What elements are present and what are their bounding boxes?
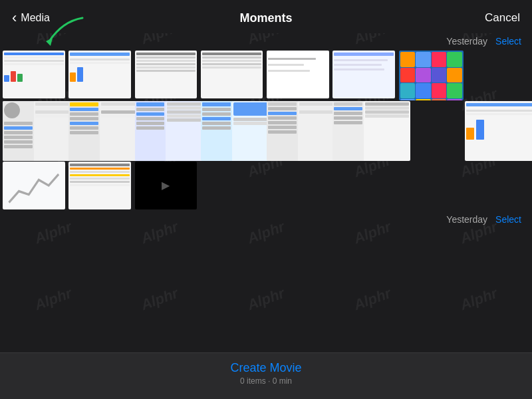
photo-thumb-table3[interactable] xyxy=(68,162,131,209)
photo-thumb-5[interactable] xyxy=(267,51,329,98)
photo-thumb-video[interactable]: ▶ xyxy=(135,162,198,209)
bottom-sub-label: 0 items · 0 min xyxy=(11,376,521,386)
select-button-bottom[interactable]: Select xyxy=(495,214,521,225)
create-movie-button[interactable]: Create Movie xyxy=(230,361,301,375)
photo-thumb-6[interactable] xyxy=(332,51,395,98)
back-button[interactable]: ‹ Media xyxy=(12,9,50,27)
back-chevron-icon: ‹ xyxy=(12,9,17,27)
photo-thumb-settings6[interactable] xyxy=(332,101,410,161)
photo-thumb-4[interactable] xyxy=(201,51,263,98)
photo-thumb-budgetchart[interactable] xyxy=(465,101,532,161)
section-header-top: Yesterday Select xyxy=(0,33,532,49)
section-date-top: Yesterday xyxy=(446,36,487,47)
back-label: Media xyxy=(21,12,50,24)
cancel-button[interactable]: Cancel xyxy=(485,11,520,25)
section-date-bottom: Yesterday xyxy=(446,214,487,225)
page-title: Moments xyxy=(239,11,292,25)
photo-thumb-linechart1[interactable] xyxy=(3,162,65,209)
photo-thumb-3[interactable] xyxy=(135,51,198,98)
select-button-top[interactable]: Select xyxy=(495,36,521,47)
play-icon: ▶ xyxy=(162,179,170,192)
photo-thumb-1[interactable] xyxy=(3,51,65,98)
photo-thumb-7[interactable] xyxy=(399,51,464,100)
bottom-bar: Create Movie 0 items · 0 min xyxy=(0,352,532,399)
header: ‹ Media Moments Cancel xyxy=(0,0,532,33)
section-header-bottom: Yesterday Select xyxy=(0,210,532,227)
photo-thumb-2[interactable] xyxy=(68,51,131,98)
